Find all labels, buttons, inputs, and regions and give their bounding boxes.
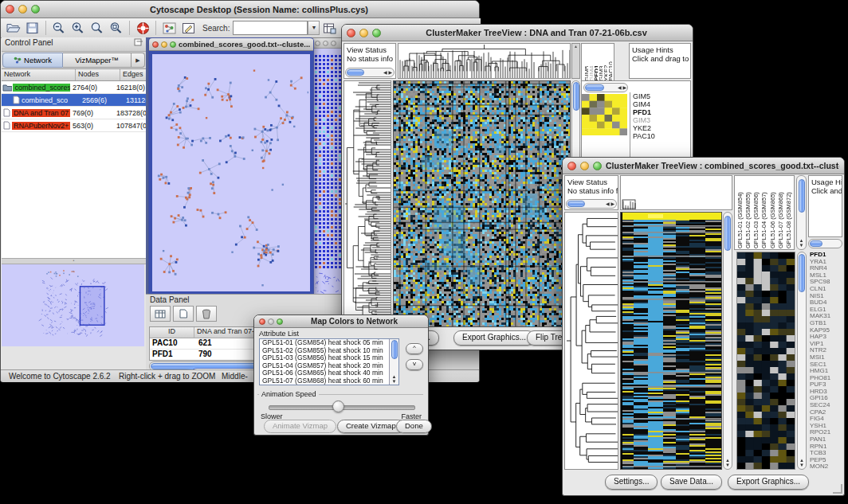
heatmap-combined[interactable]	[620, 212, 722, 470]
column-label[interactable]: GPL51-01 (GSM854)	[736, 177, 744, 248]
gene-label[interactable]: GIM5	[630, 92, 691, 100]
gene-list-vscrollbar[interactable]: ▲▼	[797, 252, 807, 470]
search-dropdown-button[interactable]: ▼	[308, 21, 320, 35]
attribute-browser-icon[interactable]	[320, 20, 339, 36]
gene-label[interactable]: SEC24	[808, 402, 842, 409]
gene-label[interactable]: RNR4	[808, 265, 842, 272]
scroll-arrows[interactable]: ▲▼	[390, 374, 398, 384]
gene-label[interactable]: YKE2	[630, 124, 691, 132]
attribute-item[interactable]: GPL51-02 (GSM855) heat shock 10 min	[260, 347, 389, 355]
gene-label[interactable]: SEC1	[808, 361, 842, 369]
float-panel-icon[interactable]	[134, 38, 143, 50]
close-button[interactable]	[347, 29, 355, 37]
zoom-button[interactable]	[170, 41, 176, 48]
network-overview-panel[interactable]	[2, 264, 144, 346]
gene-label[interactable]: PUF3	[808, 381, 842, 389]
attribute-item[interactable]: GPL51-07 (GSM868) heat shock 60 min	[260, 377, 389, 385]
gene-label[interactable]: SPC98	[808, 279, 842, 286]
column-dendrogram-combined[interactable]	[620, 175, 732, 210]
network-row-dna-tran[interactable]: DNA and Tran 07 769(0) 183728(0)	[2, 107, 146, 119]
gene-label[interactable]: PAN1	[808, 436, 842, 443]
gene-label[interactable]: GIM4	[630, 100, 691, 108]
gene-label[interactable]: VIP1	[808, 341, 842, 348]
network-view-canvas[interactable]	[152, 54, 308, 291]
view-status-hscrollbar[interactable]: ◀ ▶	[566, 199, 617, 209]
minimize-button[interactable]	[18, 5, 27, 14]
zoom-fit-icon[interactable]	[88, 20, 107, 36]
column-header-edges[interactable]: Edges	[120, 69, 146, 80]
column-labels-vscrollbar[interactable]: ▲▼	[796, 175, 807, 250]
row-dendrogram-combined[interactable]	[564, 212, 618, 470]
scroll-arrows[interactable]: ▲▼	[724, 458, 732, 467]
tab-vizmapper[interactable]: VizMapper™	[63, 53, 132, 68]
minimize-button[interactable]	[359, 29, 368, 37]
delete-attribute-icon[interactable]	[196, 306, 217, 322]
animation-speed-slider-thumb[interactable]	[332, 400, 344, 412]
zoom-hscrollbar[interactable]: ◀ ▶	[583, 83, 628, 92]
gene-label[interactable]: HMG1	[808, 368, 842, 375]
gene-label[interactable]: GIM3	[630, 116, 691, 124]
close-button[interactable]	[259, 318, 265, 325]
minimize-button[interactable]	[268, 318, 274, 325]
gene-label[interactable]: PFD1	[630, 108, 691, 116]
minimize-button[interactable]	[323, 41, 328, 46]
gene-label[interactable]: MON2	[808, 463, 842, 470]
close-button[interactable]	[152, 41, 159, 48]
zoom-heatmap-combined[interactable]	[736, 252, 795, 470]
zoom-button[interactable]	[331, 41, 336, 46]
gene-label[interactable]: TCB3	[808, 450, 842, 457]
zoom-button[interactable]	[31, 5, 40, 14]
zoom-button[interactable]	[593, 162, 602, 170]
zoom-in-icon[interactable]	[69, 20, 88, 36]
gene-list-combined[interactable]: PFD1YRA1RNR4MSL1SPC98CLN1NIS1BUD4ELG1MAK…	[808, 252, 842, 470]
gene-label[interactable]: NTR2	[808, 347, 842, 354]
row-dendrogram-dna[interactable]	[344, 80, 391, 327]
zoom-out-icon[interactable]	[49, 20, 69, 36]
network-row-rnapuber[interactable]: RNAPuberNov2+ 563(0) 107847(0)	[2, 119, 146, 132]
attribute-item[interactable]: GPL51-06 (GSM865) heat shock 40 min	[260, 369, 389, 377]
attribute-item[interactable]: GPL51-01 (GSM854) heat shock 05 min	[260, 339, 389, 347]
animate-vizmap-button[interactable]: Animate Vizmap	[264, 420, 336, 433]
gene-label[interactable]: PEP5	[808, 457, 842, 464]
close-button[interactable]	[6, 5, 14, 14]
column-label[interactable]: GPL51-07 (GSM868)	[777, 177, 784, 248]
attribute-list-vscrollbar[interactable]: ▲▼	[389, 339, 398, 385]
help-lifering-icon[interactable]	[133, 20, 152, 36]
resize-grip[interactable]	[833, 484, 842, 494]
move-up-button[interactable]: ^	[406, 343, 423, 354]
minimize-button[interactable]	[580, 162, 589, 170]
attribute-item[interactable]: GPL51-04 (GSM857) heat shock 20 min	[260, 362, 389, 370]
view-status-hscrollbar[interactable]: ◀ ▶	[345, 68, 395, 77]
heatmap-dna[interactable]	[393, 80, 571, 327]
heatmap-combined-vscrollbar[interactable]: ▲▼	[723, 212, 732, 470]
column-header-nodes[interactable]: Nodes	[76, 69, 120, 80]
open-session-icon[interactable]	[4, 20, 23, 36]
zoom-selected-icon[interactable]	[107, 20, 126, 36]
search-input[interactable]	[233, 21, 308, 35]
gene-label[interactable]: MSI1	[808, 354, 842, 361]
save-data-button[interactable]: Save Data...	[661, 475, 722, 490]
gene-label[interactable]: NIS1	[808, 293, 842, 300]
column-header-id[interactable]: ID	[150, 327, 194, 338]
close-button[interactable]	[567, 162, 576, 170]
minimize-button[interactable]	[161, 41, 167, 48]
network-row-combined-scores[interactable]: combined_scores 2764(0) 16218(0)	[2, 81, 146, 94]
panel-splitter[interactable]: •	[2, 258, 146, 264]
zoom-button[interactable]	[372, 29, 381, 37]
main-titlebar[interactable]: Cytoscape Desktop (Session Name: collins…	[1, 1, 479, 18]
more-tabs-button[interactable]: ▶	[132, 53, 145, 68]
move-down-button[interactable]: v	[406, 359, 423, 370]
column-label[interactable]: GPL51-06 (GSM865)	[769, 177, 776, 248]
treeview-dna-titlebar[interactable]: ClusterMaker TreeView : DNA and Tran 07-…	[342, 25, 693, 41]
annotation-icon[interactable]	[179, 20, 198, 36]
gene-label[interactable]: RPN1	[808, 443, 842, 451]
done-button[interactable]: Done	[396, 420, 432, 433]
gene-label[interactable]: YSH1	[808, 423, 842, 430]
gene-label[interactable]: CLN1	[808, 286, 842, 293]
tab-network[interactable]: Network	[2, 53, 63, 68]
gene-label[interactable]: PHO81	[808, 375, 842, 382]
create-vizmap-button[interactable]: Create Vizmap	[337, 420, 405, 433]
gene-label[interactable]: FIG4	[808, 416, 842, 423]
column-label[interactable]: GPL51-08 (GSM872)	[785, 177, 792, 248]
settings-button[interactable]: Settings...	[605, 475, 658, 490]
